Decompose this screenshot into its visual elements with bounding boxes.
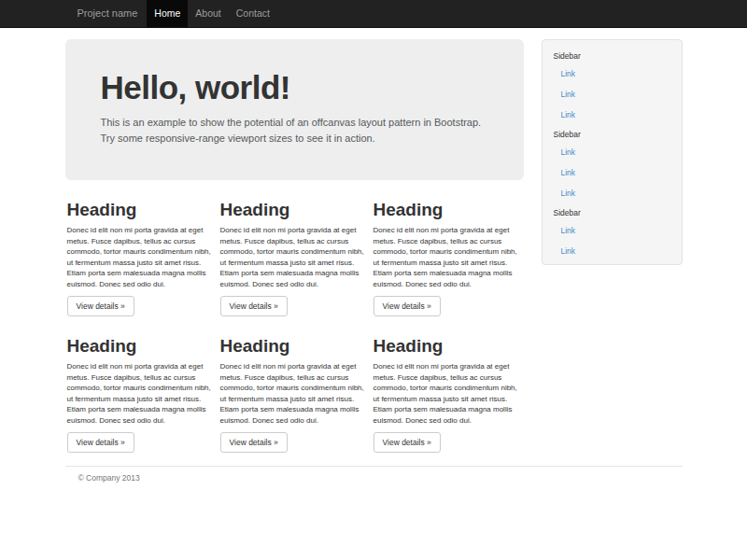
view-details-button[interactable]: View details » [374,296,441,316]
navbar-container: Project name HomeAboutContact [65,0,683,27]
card-body-text: Donec id elit non mi porta gravida at eg… [374,361,523,426]
view-details-button[interactable]: View details » [374,432,441,453]
nav-item-about[interactable]: About [188,0,228,27]
sidebar-link[interactable]: Link [543,220,682,241]
page-container: Hello, world! This is an example to show… [65,39,683,483]
sidebar-link[interactable]: Link [543,142,682,162]
sidebar-link[interactable]: Link [543,63,682,84]
brand-link[interactable]: Project name [65,0,138,27]
card-heading: Heading [220,199,370,220]
view-details-button[interactable]: View details » [67,296,134,316]
view-details-button[interactable]: View details » [220,432,288,453]
navbar-menu: HomeAboutContact [147,0,277,27]
card-heading: Heading [220,335,370,357]
card-body-text: Donec id elit non mi porta gravida at eg… [374,225,523,289]
card-body-text: Donec id elit non mi porta gravida at eg… [220,225,370,289]
sidebar-heading: Sidebar [543,47,682,63]
card-body-text: Donec id elit non mi porta gravida at eg… [220,361,370,426]
sidebar-link[interactable]: Link [543,84,682,105]
jumbotron: Hello, world! This is an example to show… [65,39,524,180]
copyright-text: © Company 2013 [78,473,683,483]
view-details-button[interactable]: View details » [67,432,134,453]
content-card: HeadingDonec id elit non mi porta gravid… [67,316,217,453]
sidebar: SidebarLinkLinkLinkSidebarLinkLinkLinkSi… [542,39,683,265]
card-body-text: Donec id elit non mi porta gravida at eg… [67,225,217,289]
nav-item-contact[interactable]: Contact [229,0,277,27]
sidebar-link[interactable]: Link [543,241,682,261]
main-row: Hello, world! This is an example to show… [65,39,683,453]
card-body-text: Donec id elit non mi porta gravida at eg… [67,361,217,426]
footer: © Company 2013 [65,466,683,483]
cards-grid: HeadingDonec id elit non mi porta gravid… [65,180,524,453]
content-card: HeadingDonec id elit non mi porta gravid… [220,180,370,316]
content-card: HeadingDonec id elit non mi porta gravid… [220,316,370,453]
content-card: HeadingDonec id elit non mi porta gravid… [374,316,523,453]
nav-item-home[interactable]: Home [147,0,188,27]
view-details-button[interactable]: View details » [220,296,288,316]
content-card: HeadingDonec id elit non mi porta gravid… [67,180,217,316]
sidebar-link[interactable]: Link [543,105,682,125]
navbar: Project name HomeAboutContact [0,0,747,28]
content-card: HeadingDonec id elit non mi porta gravid… [374,180,523,316]
sidebar-link[interactable]: Link [543,183,682,203]
card-heading: Heading [374,335,523,357]
page-title: Hello, world! [101,69,488,106]
sidebar-heading: Sidebar [543,203,682,220]
jumbotron-subtitle: This is an example to show the potential… [101,115,491,147]
sidebar-link[interactable]: Link [543,162,682,183]
main-content: Hello, world! This is an example to show… [65,39,524,453]
sidebar-heading: Sidebar [543,125,682,142]
card-heading: Heading [67,199,217,220]
card-heading: Heading [67,335,217,357]
card-heading: Heading [374,199,523,220]
